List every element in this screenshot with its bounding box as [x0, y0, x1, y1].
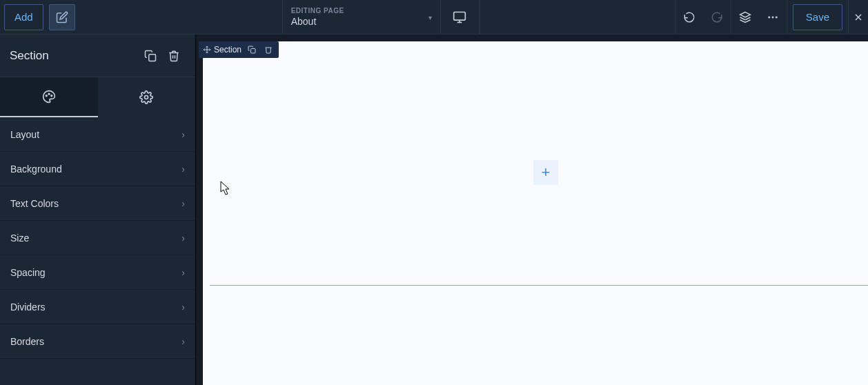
sidebar-tabs: [0, 77, 195, 117]
canvas-page[interactable]: +: [203, 41, 868, 385]
device-desktop-button[interactable]: [441, 0, 480, 34]
chevron-right-icon: ›: [181, 198, 185, 209]
sidebar: Section Layout› Background› Text Colors›…: [0, 34, 196, 385]
copy-icon: [248, 46, 256, 54]
delete-button[interactable]: [162, 44, 186, 68]
selection-label[interactable]: Section: [203, 45, 241, 55]
body: Section Layout› Background› Text Colors›…: [0, 34, 868, 385]
panel-item-dividers[interactable]: Dividers›: [0, 290, 195, 324]
panel-item-label: Dividers: [10, 302, 46, 313]
panel-item-label: Layout: [10, 129, 39, 140]
svg-point-10: [46, 95, 47, 97]
caret-down-icon: ▾: [428, 13, 432, 21]
trash-icon: [168, 50, 180, 62]
undo-icon: [683, 11, 696, 23]
redo-icon: [711, 11, 723, 23]
redo-button: [703, 0, 731, 34]
topbar-center: EDITING PAGE About ▾: [75, 0, 675, 34]
add-element-button[interactable]: +: [533, 160, 558, 185]
panel-item-borders[interactable]: Borders›: [0, 324, 195, 359]
edit-mode-button[interactable]: [49, 4, 75, 30]
pencil-square-icon: [56, 11, 68, 23]
panel-list: Layout› Background› Text Colors› Size› S…: [0, 117, 195, 385]
panel-item-layout[interactable]: Layout›: [0, 117, 195, 152]
panel-item-size[interactable]: Size›: [0, 221, 195, 255]
selection-label-text: Section: [214, 45, 241, 55]
chevron-right-icon: ›: [181, 233, 185, 244]
svg-point-4: [768, 16, 770, 18]
copy-icon: [144, 50, 157, 62]
monitor-icon: [453, 10, 466, 24]
trash-icon: [264, 46, 273, 54]
page-selector-name: About: [291, 16, 426, 27]
page-selector[interactable]: EDITING PAGE About ▾: [282, 0, 441, 34]
layers-icon: [739, 11, 751, 23]
page-selector-label: EDITING PAGE: [291, 7, 426, 14]
svg-rect-16: [251, 49, 256, 54]
svg-marker-3: [740, 12, 750, 17]
add-button[interactable]: Add: [4, 4, 43, 30]
tab-settings[interactable]: [98, 77, 196, 117]
selection-toolbar: Section: [199, 41, 279, 58]
svg-point-12: [51, 95, 52, 97]
layers-button[interactable]: [731, 0, 759, 34]
plus-icon: +: [542, 164, 551, 181]
panel-item-label: Borders: [10, 336, 44, 347]
topbar-right: Save: [675, 0, 868, 34]
selection-duplicate-button[interactable]: [246, 43, 258, 56]
topbar-left: Add: [0, 4, 75, 30]
divider: [787, 0, 787, 34]
panel-item-text-colors[interactable]: Text Colors›: [0, 186, 195, 221]
chevron-right-icon: ›: [181, 164, 185, 175]
panel-item-label: Text Colors: [10, 198, 59, 209]
svg-point-13: [145, 96, 148, 99]
panel-item-background[interactable]: Background›: [0, 152, 195, 186]
duplicate-button[interactable]: [139, 44, 162, 68]
more-button[interactable]: [759, 0, 787, 34]
chevron-right-icon: ›: [181, 336, 185, 347]
panel-item-spacing[interactable]: Spacing›: [0, 255, 195, 290]
section-box[interactable]: +: [210, 48, 868, 286]
chevron-right-icon: ›: [181, 267, 185, 278]
close-button[interactable]: [849, 0, 868, 34]
sidebar-header: Section: [0, 34, 195, 77]
divider: [480, 0, 480, 34]
undo-button[interactable]: [675, 0, 703, 34]
svg-point-11: [48, 93, 50, 95]
close-icon: [853, 12, 864, 23]
chevron-right-icon: ›: [181, 129, 185, 140]
svg-rect-0: [454, 12, 466, 20]
svg-point-5: [771, 16, 773, 18]
chevron-right-icon: ›: [181, 302, 185, 313]
selection-delete-button[interactable]: [262, 43, 275, 56]
save-button[interactable]: Save: [793, 4, 842, 30]
panel-item-label: Size: [10, 233, 29, 244]
svg-point-6: [776, 16, 778, 18]
panel-item-label: Spacing: [10, 267, 46, 278]
sidebar-title: Section: [10, 49, 139, 63]
topbar: Add EDITING PAGE About ▾ Save: [0, 0, 868, 34]
tab-style[interactable]: [0, 77, 98, 117]
dots-horizontal-icon: [767, 11, 779, 23]
panel-item-label: Background: [10, 164, 62, 175]
gear-icon: [139, 90, 153, 104]
move-icon: [203, 46, 211, 54]
svg-rect-9: [149, 54, 156, 61]
canvas[interactable]: + Section: [196, 34, 868, 385]
palette-icon: [42, 90, 56, 103]
